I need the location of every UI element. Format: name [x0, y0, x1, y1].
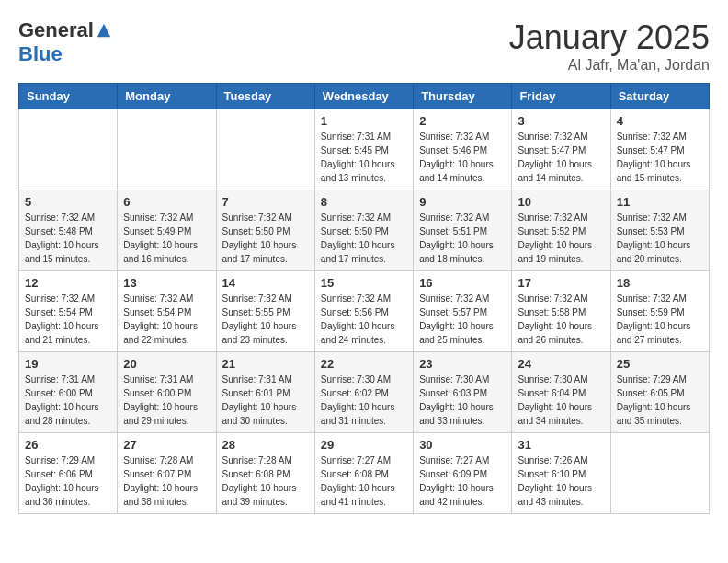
calendar-cell	[118, 109, 216, 190]
day-detail: Sunrise: 7:27 AM Sunset: 6:09 PM Dayligh…	[419, 454, 506, 509]
week-row-2: 5Sunrise: 7:32 AM Sunset: 5:48 PM Daylig…	[19, 190, 710, 271]
header-friday: Friday	[512, 84, 610, 109]
day-detail: Sunrise: 7:32 AM Sunset: 5:47 PM Dayligh…	[518, 130, 604, 185]
day-detail: Sunrise: 7:32 AM Sunset: 5:57 PM Dayligh…	[419, 292, 506, 347]
calendar-cell	[610, 433, 709, 514]
day-number: 15	[321, 276, 407, 290]
day-detail: Sunrise: 7:32 AM Sunset: 5:56 PM Dayligh…	[321, 292, 407, 347]
day-number: 4	[617, 114, 703, 128]
day-detail: Sunrise: 7:29 AM Sunset: 6:05 PM Dayligh…	[617, 373, 703, 428]
weekday-header-row: SundayMondayTuesdayWednesdayThursdayFrid…	[19, 84, 710, 109]
day-detail: Sunrise: 7:32 AM Sunset: 5:53 PM Dayligh…	[617, 211, 703, 266]
day-number: 20	[123, 357, 210, 371]
day-number: 13	[123, 276, 210, 290]
day-number: 3	[518, 114, 604, 128]
day-number: 23	[419, 357, 506, 371]
logo-blue-text: Blue	[18, 42, 63, 66]
day-number: 9	[419, 195, 506, 209]
day-number: 26	[25, 438, 111, 452]
day-detail: Sunrise: 7:31 AM Sunset: 6:01 PM Dayligh…	[222, 373, 309, 428]
day-detail: Sunrise: 7:30 AM Sunset: 6:02 PM Dayligh…	[321, 373, 407, 428]
calendar-cell: 2Sunrise: 7:32 AM Sunset: 5:46 PM Daylig…	[414, 109, 512, 190]
day-detail: Sunrise: 7:28 AM Sunset: 6:07 PM Dayligh…	[123, 454, 210, 509]
logo: General Blue	[18, 18, 112, 66]
header-wednesday: Wednesday	[314, 84, 413, 109]
day-detail: Sunrise: 7:31 AM Sunset: 5:45 PM Dayligh…	[321, 130, 407, 185]
page-header: General Blue January 2025 Al Jafr, Ma'an…	[18, 18, 710, 74]
calendar-cell: 7Sunrise: 7:32 AM Sunset: 5:50 PM Daylig…	[216, 190, 314, 271]
day-detail: Sunrise: 7:32 AM Sunset: 5:49 PM Dayligh…	[123, 211, 210, 266]
calendar-cell: 22Sunrise: 7:30 AM Sunset: 6:02 PM Dayli…	[314, 352, 413, 433]
day-number: 22	[321, 357, 407, 371]
calendar-cell: 27Sunrise: 7:28 AM Sunset: 6:07 PM Dayli…	[118, 433, 216, 514]
day-number: 11	[617, 195, 703, 209]
day-detail: Sunrise: 7:31 AM Sunset: 6:00 PM Dayligh…	[25, 373, 111, 428]
calendar-cell: 30Sunrise: 7:27 AM Sunset: 6:09 PM Dayli…	[414, 433, 512, 514]
day-detail: Sunrise: 7:32 AM Sunset: 5:47 PM Dayligh…	[617, 130, 703, 185]
day-number: 30	[419, 438, 506, 452]
calendar-cell: 4Sunrise: 7:32 AM Sunset: 5:47 PM Daylig…	[610, 109, 709, 190]
day-number: 27	[123, 438, 210, 452]
week-row-5: 26Sunrise: 7:29 AM Sunset: 6:06 PM Dayli…	[19, 433, 710, 514]
day-detail: Sunrise: 7:32 AM Sunset: 5:50 PM Dayligh…	[321, 211, 407, 266]
calendar-cell: 10Sunrise: 7:32 AM Sunset: 5:52 PM Dayli…	[512, 190, 610, 271]
day-number: 2	[419, 114, 506, 128]
logo-general-text: General	[18, 18, 94, 42]
day-number: 12	[25, 276, 111, 290]
week-row-1: 1Sunrise: 7:31 AM Sunset: 5:45 PM Daylig…	[19, 109, 710, 190]
header-tuesday: Tuesday	[216, 84, 314, 109]
day-detail: Sunrise: 7:32 AM Sunset: 5:58 PM Dayligh…	[518, 292, 604, 347]
calendar-cell: 9Sunrise: 7:32 AM Sunset: 5:51 PM Daylig…	[414, 190, 512, 271]
day-detail: Sunrise: 7:26 AM Sunset: 6:10 PM Dayligh…	[518, 454, 604, 509]
day-number: 25	[617, 357, 703, 371]
day-detail: Sunrise: 7:27 AM Sunset: 6:08 PM Dayligh…	[321, 454, 407, 509]
day-number: 8	[321, 195, 407, 209]
calendar-cell: 14Sunrise: 7:32 AM Sunset: 5:55 PM Dayli…	[216, 271, 314, 352]
day-number: 28	[222, 438, 309, 452]
day-detail: Sunrise: 7:31 AM Sunset: 6:00 PM Dayligh…	[123, 373, 210, 428]
calendar-cell: 26Sunrise: 7:29 AM Sunset: 6:06 PM Dayli…	[19, 433, 118, 514]
calendar-cell	[216, 109, 314, 190]
day-detail: Sunrise: 7:28 AM Sunset: 6:08 PM Dayligh…	[222, 454, 309, 509]
day-number: 5	[25, 195, 111, 209]
calendar-cell: 20Sunrise: 7:31 AM Sunset: 6:00 PM Dayli…	[118, 352, 216, 433]
header-saturday: Saturday	[610, 84, 709, 109]
calendar-cell: 6Sunrise: 7:32 AM Sunset: 5:49 PM Daylig…	[118, 190, 216, 271]
calendar-cell: 12Sunrise: 7:32 AM Sunset: 5:54 PM Dayli…	[19, 271, 118, 352]
calendar-cell: 28Sunrise: 7:28 AM Sunset: 6:08 PM Dayli…	[216, 433, 314, 514]
calendar-cell	[19, 109, 118, 190]
header-thursday: Thursday	[414, 84, 512, 109]
calendar-cell: 19Sunrise: 7:31 AM Sunset: 6:00 PM Dayli…	[19, 352, 118, 433]
day-detail: Sunrise: 7:29 AM Sunset: 6:06 PM Dayligh…	[25, 454, 111, 509]
calendar-cell: 17Sunrise: 7:32 AM Sunset: 5:58 PM Dayli…	[512, 271, 610, 352]
day-number: 10	[518, 195, 604, 209]
day-number: 19	[25, 357, 111, 371]
day-number: 14	[222, 276, 309, 290]
day-number: 17	[518, 276, 604, 290]
day-number: 18	[617, 276, 703, 290]
calendar-cell: 3Sunrise: 7:32 AM Sunset: 5:47 PM Daylig…	[512, 109, 610, 190]
calendar-cell: 15Sunrise: 7:32 AM Sunset: 5:56 PM Dayli…	[314, 271, 413, 352]
day-detail: Sunrise: 7:32 AM Sunset: 5:50 PM Dayligh…	[222, 211, 309, 266]
calendar-cell: 1Sunrise: 7:31 AM Sunset: 5:45 PM Daylig…	[314, 109, 413, 190]
calendar-cell: 24Sunrise: 7:30 AM Sunset: 6:04 PM Dayli…	[512, 352, 610, 433]
calendar-cell: 13Sunrise: 7:32 AM Sunset: 5:54 PM Dayli…	[118, 271, 216, 352]
day-detail: Sunrise: 7:32 AM Sunset: 5:46 PM Dayligh…	[419, 130, 506, 185]
day-number: 31	[518, 438, 604, 452]
week-row-4: 19Sunrise: 7:31 AM Sunset: 6:00 PM Dayli…	[19, 352, 710, 433]
header-sunday: Sunday	[19, 84, 118, 109]
day-detail: Sunrise: 7:32 AM Sunset: 5:55 PM Dayligh…	[222, 292, 309, 347]
calendar-cell: 8Sunrise: 7:32 AM Sunset: 5:50 PM Daylig…	[314, 190, 413, 271]
day-detail: Sunrise: 7:32 AM Sunset: 5:52 PM Dayligh…	[518, 211, 604, 266]
logo-icon	[96, 22, 112, 39]
week-row-3: 12Sunrise: 7:32 AM Sunset: 5:54 PM Dayli…	[19, 271, 710, 352]
svg-marker-0	[97, 24, 110, 37]
day-number: 7	[222, 195, 309, 209]
calendar-cell: 23Sunrise: 7:30 AM Sunset: 6:03 PM Dayli…	[414, 352, 512, 433]
day-number: 16	[419, 276, 506, 290]
calendar-cell: 29Sunrise: 7:27 AM Sunset: 6:08 PM Dayli…	[314, 433, 413, 514]
day-detail: Sunrise: 7:30 AM Sunset: 6:03 PM Dayligh…	[419, 373, 506, 428]
header-monday: Monday	[118, 84, 216, 109]
title-area: January 2025 Al Jafr, Ma'an, Jordan	[509, 18, 710, 74]
calendar-cell: 5Sunrise: 7:32 AM Sunset: 5:48 PM Daylig…	[19, 190, 118, 271]
